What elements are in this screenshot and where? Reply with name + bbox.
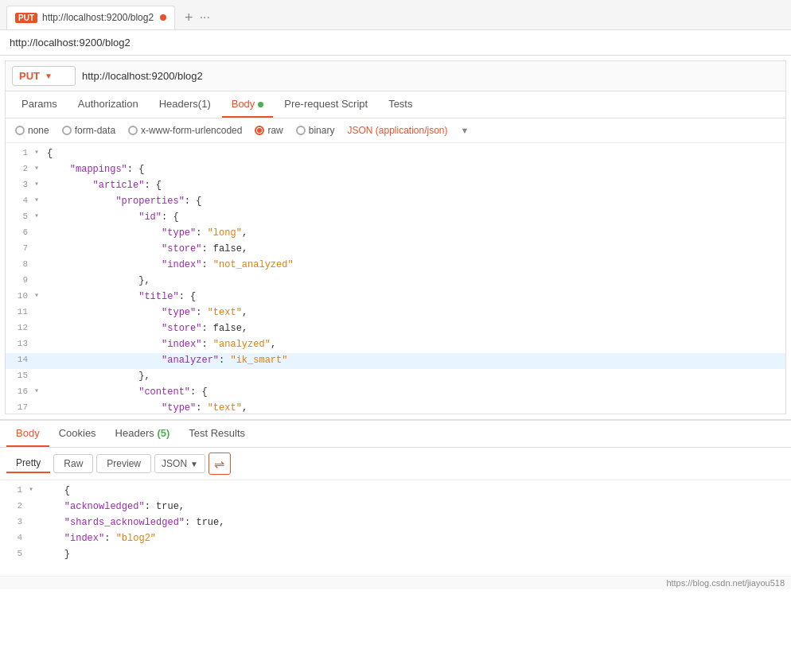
code-line: 12 "store": false, [6, 321, 785, 337]
body-type-binary[interactable]: binary [296, 125, 335, 136]
code-line: 3▾ "article": { [6, 178, 785, 194]
body-type-row: none form-data x-www-form-urlencoded raw… [6, 118, 785, 143]
tab-tests[interactable]: Tests [379, 91, 422, 118]
code-line: 11 "type": "text", [6, 305, 785, 321]
line-content: "title": { [47, 289, 785, 305]
request-body-editor[interactable]: 1▾{2▾ "mappings": {3▾ "article": {4▾ "pr… [6, 143, 785, 414]
code-line: 16▾ "content": { [6, 385, 785, 401]
json-type-arrow[interactable]: ▼ [461, 126, 470, 135]
response-tab-cookies[interactable]: Cookies [49, 421, 106, 447]
tab-modified-dot [160, 14, 166, 21]
code-line: 7 "store": false, [6, 242, 785, 258]
line-number: 15 [6, 369, 34, 383]
tab-pre-request[interactable]: Pre-request Script [275, 91, 377, 118]
request-nav-tabs: Params Authorization Headers(1) Body Pre… [6, 91, 785, 118]
code-line: 5▾ "id": { [6, 210, 785, 226]
line-number: 3 [0, 515, 29, 530]
line-number: 6 [6, 226, 34, 240]
fold-arrow[interactable]: ▾ [34, 178, 47, 191]
body-type-urlencoded[interactable]: x-www-form-urlencoded [128, 125, 242, 136]
more-tabs-button[interactable]: ··· [200, 10, 210, 25]
fold-arrow[interactable]: ▾ [29, 484, 41, 496]
line-content: "shards_acknowledged": true, [41, 515, 791, 530]
line-number: 7 [6, 242, 34, 256]
fold-arrow[interactable]: ▾ [34, 289, 47, 302]
line-number: 8 [6, 258, 34, 272]
tab-url-label: http://localhost:9200/blog2 [42, 12, 154, 23]
url-breadcrumb: http://localhost:9200/blog2 [0, 30, 791, 56]
radio-binary [296, 126, 306, 135]
tab-params[interactable]: Params [12, 91, 67, 118]
line-content: }, [47, 369, 785, 384]
footer-link: https://blog.csdn.net/jiayou518 [0, 576, 791, 589]
response-code-line: 5 } [0, 547, 791, 563]
radio-urlencoded [128, 126, 138, 135]
line-content: { [41, 484, 791, 499]
line-number: 4 [6, 194, 34, 208]
response-format-select[interactable]: JSON ▼ [154, 454, 205, 473]
raw-button[interactable]: Raw [53, 454, 93, 473]
line-content: "article": { [47, 178, 785, 193]
line-number: 2 [6, 162, 34, 177]
body-type-none[interactable]: none [15, 125, 49, 136]
line-content: "index": "not_analyzed" [47, 258, 785, 273]
code-line: 17 "type": "text", [6, 401, 785, 414]
line-content: "type": "text", [47, 305, 785, 320]
response-code-line: 2 "acknowledged": true, [0, 499, 791, 515]
line-content: "content": { [47, 385, 785, 400]
line-content: "acknowledged": true, [41, 499, 791, 515]
response-code-line: 1▾ { [0, 484, 791, 499]
request-tab[interactable]: PUT http://localhost:9200/blog2 [6, 6, 175, 29]
body-type-form-data[interactable]: form-data [62, 125, 115, 136]
wrap-lines-button[interactable]: ⇌ [208, 453, 231, 475]
code-line: 13 "index": "analyzed", [6, 337, 785, 353]
radio-form-data [62, 126, 72, 135]
tab-authorization[interactable]: Authorization [68, 91, 148, 118]
line-number: 2 [0, 499, 29, 514]
new-tab-button[interactable]: + [178, 10, 200, 25]
pretty-button[interactable]: Pretty [6, 454, 50, 473]
line-content: "index": "analyzed", [47, 337, 785, 352]
line-number: 16 [6, 385, 34, 399]
line-number: 5 [6, 210, 34, 224]
line-content: "id": { [47, 210, 785, 225]
fold-arrow[interactable]: ▾ [34, 162, 47, 175]
line-content: "mappings": { [47, 162, 785, 177]
fold-arrow[interactable]: ▾ [34, 210, 47, 223]
line-number: 12 [6, 321, 34, 336]
line-number: 9 [6, 274, 34, 288]
tab-method-label: PUT [15, 13, 37, 23]
line-number: 3 [6, 178, 34, 192]
response-tab-body[interactable]: Body [6, 421, 49, 447]
line-number: 13 [6, 337, 34, 352]
code-line: 1▾{ [6, 146, 785, 162]
body-dot [258, 102, 263, 107]
line-content: "analyzer": "ik_smart" [47, 353, 785, 368]
tab-headers[interactable]: Headers(1) [150, 91, 220, 118]
fold-arrow[interactable]: ▾ [34, 194, 47, 207]
method-select[interactable]: PUT ▼ [12, 66, 76, 86]
line-number: 1 [6, 146, 34, 161]
preview-button[interactable]: Preview [96, 454, 151, 473]
json-type-select[interactable]: JSON (application/json) [347, 125, 447, 136]
fold-arrow[interactable]: ▾ [34, 385, 47, 398]
response-toolbar: Pretty Raw Preview JSON ▼ ⇌ [0, 448, 791, 480]
body-type-raw[interactable]: raw [255, 125, 282, 136]
response-code-line: 3 "shards_acknowledged": true, [0, 515, 791, 531]
line-number: 4 [0, 531, 29, 546]
response-tab-headers[interactable]: Headers (5) [106, 421, 180, 447]
code-line: 4▾ "properties": { [6, 194, 785, 210]
response-panel: Body Cookies Headers (5) Test Results Pr… [0, 419, 791, 576]
url-input[interactable] [82, 70, 779, 82]
radio-none [15, 126, 25, 135]
line-content: } [41, 547, 791, 562]
fold-arrow[interactable]: ▾ [34, 146, 47, 159]
radio-raw [255, 126, 264, 135]
response-code-line: 4 "index": "blog2" [0, 531, 791, 547]
response-tab-test-results[interactable]: Test Results [179, 421, 255, 447]
code-line: 10▾ "title": { [6, 289, 785, 305]
response-tabs: Body Cookies Headers (5) Test Results [0, 421, 791, 448]
line-content: "index": "blog2" [41, 531, 791, 546]
tab-body[interactable]: Body [222, 91, 274, 118]
line-content: "type": "long", [47, 226, 785, 241]
